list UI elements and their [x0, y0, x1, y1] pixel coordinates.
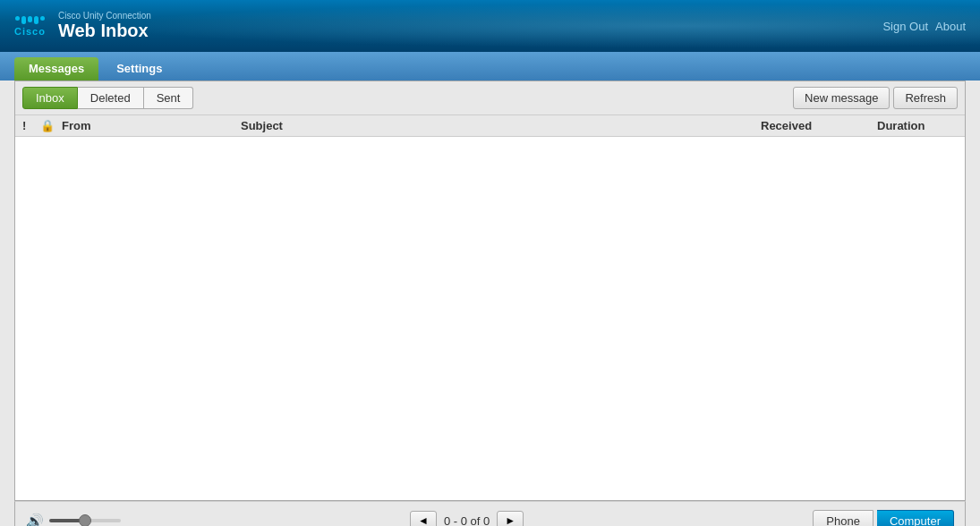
product-line: Cisco Unity Connection	[58, 11, 151, 21]
nav-tab-messages[interactable]: Messages	[14, 57, 98, 81]
prev-page-button[interactable]: ◄	[410, 511, 437, 526]
header-title-group: Cisco Unity Connection Web Inbox	[58, 11, 151, 41]
tab-inbox[interactable]: Inbox	[22, 87, 78, 109]
lock-icon: 🔒	[40, 119, 55, 132]
footer: 🔊 ◄ 0 - 0 of 0 ► Phone Computer	[14, 501, 966, 526]
toolbar: Inbox Deleted Sent New message Refresh	[15, 81, 965, 115]
col-header-duration: Duration	[877, 119, 958, 132]
navbar: Messages Settings	[0, 52, 980, 81]
tab-deleted[interactable]: Deleted	[78, 87, 144, 109]
col-header-priority: !	[22, 119, 40, 132]
message-tabs: Inbox Deleted Sent	[22, 87, 193, 109]
next-page-button[interactable]: ►	[497, 511, 524, 526]
cisco-wordmark: Cisco	[14, 26, 46, 37]
phone-button[interactable]: Phone	[813, 510, 873, 527]
cisco-logo: Cisco	[14, 16, 46, 37]
nav-tab-settings[interactable]: Settings	[102, 57, 176, 81]
volume-icon: 🔊	[26, 513, 44, 527]
computer-button[interactable]: Computer	[877, 510, 954, 527]
volume-control: 🔊	[26, 513, 121, 527]
col-header-from: From	[62, 119, 241, 132]
main-panel: Inbox Deleted Sent New message Refresh !…	[14, 81, 966, 501]
table-body	[15, 137, 965, 495]
header-right: Sign Out About	[882, 20, 966, 33]
table-header: ! 🔒 From Subject Received Duration	[15, 115, 965, 137]
tab-sent[interactable]: Sent	[144, 87, 194, 109]
page-info: 0 - 0 of 0	[444, 514, 490, 527]
new-message-button[interactable]: New message	[793, 87, 890, 109]
playback-group: Phone Computer	[813, 510, 954, 527]
sign-out-link[interactable]: Sign Out	[882, 20, 928, 33]
col-header-subject: Subject	[241, 119, 761, 132]
about-link[interactable]: About	[935, 20, 966, 33]
volume-slider[interactable]	[49, 519, 121, 522]
pagination: ◄ 0 - 0 of 0 ►	[410, 511, 524, 526]
header-left: Cisco Cisco Unity Connection Web Inbox	[14, 11, 151, 41]
col-header-secure: 🔒	[40, 119, 62, 132]
col-header-received: Received	[761, 119, 877, 132]
message-table: ! 🔒 From Subject Received Duration	[15, 115, 965, 500]
refresh-button[interactable]: Refresh	[893, 87, 958, 109]
app-title: Web Inbox	[58, 21, 151, 41]
header: Cisco Cisco Unity Connection Web Inbox S…	[0, 0, 980, 52]
toolbar-actions: New message Refresh	[793, 87, 958, 109]
